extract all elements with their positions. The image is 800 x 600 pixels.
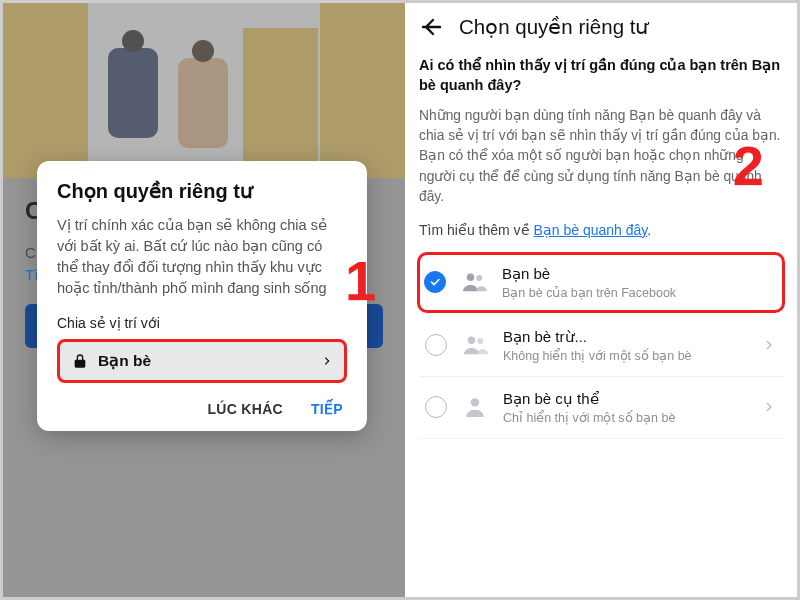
share-with-selector[interactable]: Bạn bè bbox=[57, 339, 347, 383]
card-description: Vị trí chính xác của bạn sẽ không chia s… bbox=[57, 215, 347, 299]
step-number-1: 1 bbox=[345, 248, 376, 313]
svg-point-0 bbox=[467, 274, 474, 281]
right-learn-more: Tìm hiểu thêm về Bạn bè quanh đây. bbox=[419, 222, 783, 238]
option-friends-except[interactable]: Bạn bè trừ... Không hiển thị với một số … bbox=[419, 315, 783, 377]
step-number-2: 2 bbox=[733, 133, 764, 198]
option-title: Bạn bè bbox=[502, 265, 776, 283]
option-title: Bạn bè cụ thể bbox=[503, 390, 749, 408]
svg-point-1 bbox=[476, 275, 482, 281]
right-paragraph: Những người bạn dùng tính năng Bạn bè qu… bbox=[419, 106, 783, 208]
svg-point-4 bbox=[471, 398, 479, 406]
friends-except-icon bbox=[461, 331, 489, 359]
later-button[interactable]: LÚC KHÁC bbox=[208, 401, 284, 417]
right-question: Ai có thể nhìn thấy vị trí gần đúng của … bbox=[419, 55, 783, 96]
option-subtitle: Không hiển thị với một số bạn bè bbox=[503, 348, 749, 363]
svg-point-3 bbox=[477, 338, 483, 344]
specific-friend-icon bbox=[461, 393, 489, 421]
svg-point-2 bbox=[468, 337, 475, 344]
option-title: Bạn bè trừ... bbox=[503, 328, 749, 346]
radio-icon bbox=[425, 334, 447, 356]
friends-icon bbox=[460, 268, 488, 296]
chevron-right-icon bbox=[763, 401, 775, 413]
card-actions: LÚC KHÁC TIẾP bbox=[57, 401, 347, 417]
right-header: Chọn quyền riêng tư bbox=[405, 3, 797, 49]
option-subtitle: Bạn bè của bạn trên Facebook bbox=[502, 285, 776, 300]
friends-nearby-link[interactable]: Bạn bè quanh đây bbox=[533, 222, 647, 238]
right-title: Chọn quyền riêng tư bbox=[459, 15, 648, 39]
option-specific-friends[interactable]: Bạn bè cụ thể Chỉ hiển thị với một số bạ… bbox=[419, 377, 783, 439]
next-button[interactable]: TIẾP bbox=[311, 401, 343, 417]
option-friends[interactable]: Bạn bè Bạn bè của bạn trên Facebook bbox=[417, 252, 785, 313]
lock-icon bbox=[72, 353, 88, 369]
radio-selected-icon bbox=[424, 271, 446, 293]
left-panel: C q lị C c B chẳng hạn như khu vực hoặc … bbox=[3, 3, 405, 597]
right-panel: Chọn quyền riêng tư Ai có thể nhìn thấy … bbox=[405, 3, 797, 597]
chevron-right-icon bbox=[322, 356, 332, 366]
privacy-card: Chọn quyền riêng tư Vị trí chính xác của… bbox=[37, 161, 367, 431]
back-icon[interactable] bbox=[419, 15, 443, 39]
option-subtitle: Chỉ hiển thị với một số bạn bè bbox=[503, 410, 749, 425]
share-with-label: Chia sẻ vị trí với bbox=[57, 315, 347, 331]
chevron-right-icon bbox=[763, 339, 775, 351]
radio-icon bbox=[425, 396, 447, 418]
share-with-value: Bạn bè bbox=[98, 352, 151, 370]
card-title: Chọn quyền riêng tư bbox=[57, 179, 347, 203]
